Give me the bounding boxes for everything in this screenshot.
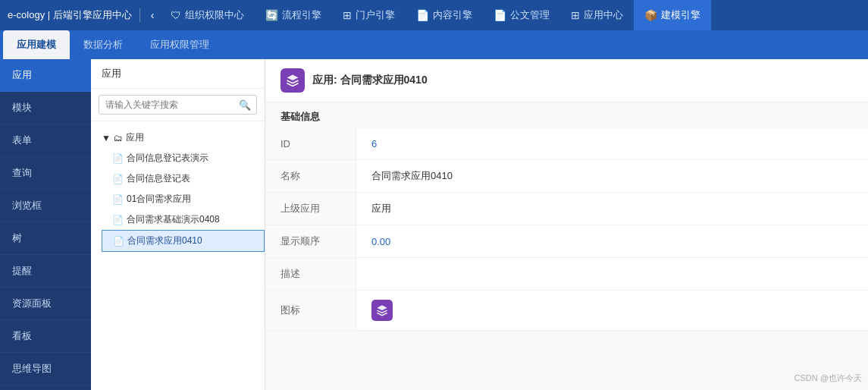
- search-box: 🔍: [91, 89, 265, 121]
- tree-node-label-3: 01合同需求应用: [127, 193, 191, 206]
- org-icon: 🛡: [171, 9, 181, 21]
- sidebar-item-resource-panel[interactable]: 资源面板: [0, 288, 91, 320]
- form-row-icon: 图标: [265, 291, 868, 331]
- sidebar-item-mind-map[interactable]: 思维导图: [0, 353, 91, 385]
- form-row-id: ID 6: [265, 128, 868, 160]
- tree-node-label-4: 合同需求基础演示0408: [127, 213, 220, 226]
- form-value-order: 0.00: [356, 225, 406, 257]
- tree-children: 📄 合同信息登记表演示 📄 合同信息登记表 📄 01合同需求应用 📄 合同需求基…: [91, 148, 265, 252]
- search-icon: 🔍: [239, 99, 251, 111]
- folder-icon: 🗂: [114, 133, 123, 143]
- sidebar-item-browser[interactable]: 浏览框: [0, 190, 91, 222]
- form-value-id: 6: [356, 128, 392, 159]
- sidebar-item-reminder[interactable]: 提醒: [0, 255, 91, 288]
- tab-app-permission[interactable]: 应用权限管理: [136, 30, 223, 59]
- detail-section-title: 基础信息: [265, 102, 868, 128]
- detail-panel: 应用: 合同需求应用0410 基础信息 ID 6 名称 合同需求应用0410 上…: [265, 59, 868, 390]
- form-row-parent: 上级应用 应用: [265, 193, 868, 225]
- brand-logo: e-cology | 后端引擎应用中心: [8, 8, 140, 22]
- sidebar-item-tree[interactable]: 树: [0, 222, 91, 255]
- content-icon: 📄: [416, 9, 429, 21]
- nav-label-builder: 建模引擎: [661, 8, 700, 22]
- apps-icon: ⊞: [571, 9, 580, 21]
- form-value-icon: [356, 291, 408, 330]
- form-label-name: 名称: [265, 160, 356, 192]
- tree-node-item4[interactable]: 📄 合同需求基础演示0408: [102, 209, 265, 230]
- watermark: CSDN @也许今天: [794, 373, 862, 384]
- app-icon-preview: [371, 300, 393, 321]
- nav-label-official: 公文管理: [510, 8, 550, 22]
- middle-panel-title: 应用: [91, 59, 265, 89]
- sub-tabs-bar: 应用建模 数据分析 应用权限管理: [0, 30, 868, 59]
- nav-label-workflow: 流程引擎: [282, 8, 321, 22]
- file-icon-3: 📄: [112, 194, 124, 205]
- tree-node-item3[interactable]: 📄 01合同需求应用: [102, 189, 265, 209]
- detail-header-title: 应用: 合同需求应用0410: [312, 74, 428, 87]
- form-label-parent: 上级应用: [265, 193, 356, 225]
- nav-item-workflow[interactable]: 🔄 流程引擎: [255, 0, 332, 30]
- form-row-desc: 描述: [265, 258, 868, 291]
- nav-item-apps[interactable]: ⊞ 应用中心: [560, 0, 634, 30]
- top-nav-bar: e-cology | 后端引擎应用中心 ‹ 🛡 组织权限中心 🔄 流程引擎 ⊞ …: [0, 0, 868, 30]
- sidebar-item-query[interactable]: 查询: [0, 157, 91, 190]
- form-label-order: 显示顺序: [265, 225, 356, 257]
- tab-app-build[interactable]: 应用建模: [3, 30, 70, 59]
- search-input[interactable]: [99, 95, 257, 115]
- tree-node-item5[interactable]: 📄 合同需求应用0410: [102, 230, 265, 252]
- sidebar-item-form[interactable]: 表单: [0, 124, 91, 157]
- file-icon-1: 📄: [112, 153, 124, 164]
- form-value-desc: [356, 258, 387, 290]
- main-layout: 应用 模块 表单 查询 浏览框 树 提醒 资源面板 看板 思维导图 应用 🔍 ▼…: [0, 59, 868, 390]
- sidebar-item-module[interactable]: 模块: [0, 92, 91, 124]
- collapse-button[interactable]: ‹: [145, 9, 161, 21]
- official-icon: 📄: [494, 9, 506, 21]
- tree-root[interactable]: ▼ 🗂 应用: [91, 127, 265, 148]
- form-label-id: ID: [265, 128, 356, 159]
- tree-node-label-1: 合同信息登记表演示: [127, 152, 208, 165]
- nav-item-official[interactable]: 📄 公文管理: [483, 0, 560, 30]
- portal-icon: ⊞: [343, 9, 352, 21]
- form-value-parent: 应用: [356, 193, 406, 225]
- detail-header: 应用: 合同需求应用0410: [265, 59, 868, 102]
- sidebar-item-app[interactable]: 应用: [0, 59, 91, 92]
- form-value-name: 合同需求应用0410: [356, 160, 468, 192]
- detail-app-icon: [280, 68, 305, 93]
- file-icon-5: 📄: [113, 236, 124, 247]
- tree-root-label: 应用: [126, 131, 144, 144]
- sidebar: 应用 模块 表单 查询 浏览框 树 提醒 资源面板 看板 思维导图: [0, 59, 91, 390]
- nav-item-org[interactable]: 🛡 组织权限中心: [160, 0, 255, 30]
- detail-form: ID 6 名称 合同需求应用0410 上级应用 应用 显示顺序 0.00 描述: [265, 128, 868, 331]
- tab-data-analysis[interactable]: 数据分析: [70, 30, 136, 59]
- nav-item-content[interactable]: 📄 内容引擎: [406, 0, 483, 30]
- nav-label-apps: 应用中心: [584, 8, 623, 22]
- nav-label-portal: 门户引擎: [356, 8, 395, 22]
- nav-label-org: 组织权限中心: [185, 8, 244, 22]
- form-row-order: 显示顺序 0.00: [265, 225, 868, 258]
- builder-icon: 📦: [644, 9, 657, 21]
- tree-node-label-2: 合同信息登记表: [127, 172, 190, 185]
- nav-item-builder[interactable]: 📦 建模引擎: [634, 0, 711, 30]
- expand-icon: ▼: [102, 133, 111, 143]
- file-icon-2: 📄: [112, 174, 124, 184]
- nav-item-portal[interactable]: ⊞ 门户引擎: [332, 0, 406, 30]
- tree-node-label-5: 合同需求应用0410: [127, 234, 202, 247]
- form-label-icon: 图标: [265, 291, 356, 330]
- workflow-icon: 🔄: [265, 9, 278, 21]
- form-label-desc: 描述: [265, 258, 356, 290]
- form-row-name: 名称 合同需求应用0410: [265, 160, 868, 193]
- tree-node-item2[interactable]: 📄 合同信息登记表: [102, 168, 265, 189]
- tree-node-item1[interactable]: 📄 合同信息登记表演示: [102, 148, 265, 168]
- tree-area: ▼ 🗂 应用 📄 合同信息登记表演示 📄 合同信息登记表 📄 01合同需求应用: [91, 121, 265, 390]
- sidebar-item-kanban[interactable]: 看板: [0, 320, 91, 353]
- file-icon-4: 📄: [112, 215, 124, 225]
- top-nav-items: 🛡 组织权限中心 🔄 流程引擎 ⊞ 门户引擎 📄 内容引擎 📄 公文管理 ⊞ 应…: [160, 0, 868, 30]
- middle-panel: 应用 🔍 ▼ 🗂 应用 📄 合同信息登记表演示 📄 合同信息登记表: [91, 59, 265, 390]
- nav-label-content: 内容引擎: [433, 8, 472, 22]
